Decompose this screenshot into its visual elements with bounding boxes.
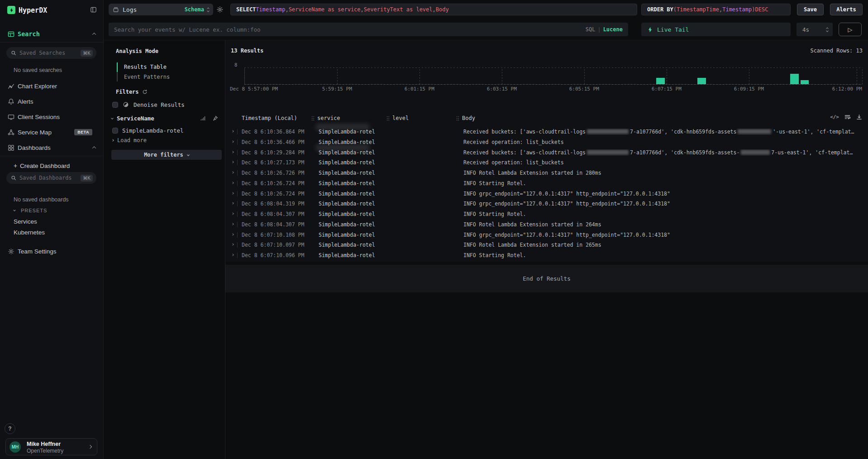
sidebar-item-alerts[interactable]: Alerts [0,95,103,108]
live-tail-button[interactable]: Live Tail [641,23,791,36]
expand-row-icon[interactable] [231,192,234,195]
expand-row-icon[interactable] [231,253,234,256]
log-row[interactable]: Dec 8 6:10:27.173 PMSimpleLambda-rotelRe… [225,158,868,168]
source-label: Logs [123,6,137,13]
preset-services[interactable]: Services [0,216,103,227]
column-body[interactable]: Body [456,115,475,121]
column-timestamp[interactable]: Timestamp (Local) [242,115,297,121]
order-by-input[interactable]: ORDER BY (TimestampTime, Timestamp) DESC [641,4,791,15]
expand-row-icon[interactable] [231,171,234,174]
saved-searches-search[interactable]: ⌘K [6,47,96,59]
pin-icon[interactable] [212,115,218,121]
query-token: , [361,6,364,13]
log-row[interactable]: Dec 8 6:08:04.307 PMSimpleLambda-rotelIN… [225,209,868,220]
filter-option-label: SimpleLambda-rotel [122,127,183,134]
expand-row-icon[interactable] [231,233,234,236]
mode-indicator-line [117,62,118,81]
presets-toggle[interactable]: PRESETS [0,205,103,216]
log-row[interactable]: Dec 8 6:10:26.726 PMSimpleLambda-rotelIN… [225,168,868,178]
create-dashboard-button[interactable]: + Create Dashboard [0,159,103,172]
log-row[interactable]: Dec 8 6:07:10.096 PMSimpleLambda-rotelIN… [225,250,868,261]
mode-results-table[interactable]: Results Table [124,64,167,70]
log-row[interactable]: Dec 8 6:07:10.108 PMSimpleLambda-rotelIN… [225,230,868,240]
refresh-icon[interactable] [142,89,148,95]
log-row[interactable]: Dec 8 6:07:10.097 PMSimpleLambda-rotelIN… [225,240,868,250]
chart-bar[interactable] [801,80,809,84]
sidebar-item-client-sessions[interactable]: Client Sessions [0,110,103,123]
log-row[interactable]: Dec 8 6:10:26.724 PMSimpleLambda-rotelIN… [225,178,868,189]
sidebar-item-search[interactable]: Search [0,28,103,40]
denoise-checkbox[interactable] [112,102,118,108]
log-row[interactable]: Dec 8 6:10:26.724 PMSimpleLambda-rotelIN… [225,189,868,199]
redacted-text [587,129,629,134]
hyperdx-logo-icon [7,6,15,14]
save-button[interactable]: Save [797,4,824,15]
collapse-sidebar-icon[interactable] [90,6,97,13]
preset-kubernetes[interactable]: Kubernetes [0,227,103,238]
chart-x-tick-label: 6:05:15 PM [569,86,599,92]
shortcut-badge: ⌘K [81,175,93,182]
load-more-button[interactable]: Load more [112,136,147,145]
more-filters-button[interactable]: More filters [111,150,222,160]
redacted-text [587,150,629,155]
log-row[interactable]: Dec 8 6:10:36.864 PMSimpleLambda-rotelRe… [225,127,868,137]
service-cell: SimpleLambda-rotel [319,221,375,228]
log-row[interactable]: Dec 8 6:10:29.284 PMSimpleLambda-rotelRe… [225,148,868,158]
log-row[interactable]: Dec 8 6:10:36.466 PMSimpleLambda-rotelRe… [225,137,868,148]
body-cell: Received buckets: ['aws-cloudtrail-logs7… [463,149,866,156]
filter-checkbox[interactable] [112,128,118,134]
timestamp-cell: Dec 8 6:10:29.284 PM [242,149,304,156]
chart-bar[interactable] [656,78,665,84]
help-button[interactable]: ? [5,423,15,434]
drag-handle-icon[interactable] [311,115,315,121]
expand-row-icon[interactable] [231,130,234,133]
event-search-input[interactable] [114,26,586,33]
mode-sql-toggle[interactable]: SQL [586,26,596,33]
profile-card[interactable]: MH Mike Heffner OpenTelemetry [5,438,97,455]
filter-option[interactable]: SimpleLambda-rotel [112,125,221,136]
mode-lucene-toggle[interactable]: Lucene [603,26,623,33]
alerts-button[interactable]: Alerts [830,4,863,15]
chart-x-tick-label: 5:59:15 PM [322,86,352,92]
expand-row-icon[interactable] [231,223,234,225]
filter-group-header[interactable]: ServiceName [111,113,218,124]
column-level[interactable]: level [386,115,409,121]
saved-dashboards-input[interactable] [19,175,81,181]
drag-handle-icon[interactable] [386,115,390,121]
mode-event-patterns[interactable]: Event Patterns [124,74,170,80]
expand-row-icon[interactable] [231,243,234,246]
sidebar-item-team-settings[interactable]: Team Settings [0,245,103,258]
chart-bar[interactable] [790,74,799,84]
source-select[interactable]: Logs Schema [109,4,213,15]
saved-dashboards-search[interactable]: ⌘K [6,172,96,184]
source-settings-gear-icon[interactable] [216,6,224,13]
body-cell: INFO Starting Rotel. [463,180,866,186]
expand-row-icon[interactable] [231,212,234,215]
refresh-interval-select[interactable]: 4s [796,23,833,36]
select-query-input[interactable]: SELECT Timestamp, ServiceName as service… [230,4,637,15]
hyperdx-app: HyperDX Search ⌘K No saved searches [0,0,868,459]
chart-filter-icon[interactable] [200,115,206,121]
select-chevrons-icon [207,7,209,12]
shortcut-badge: ⌘K [81,50,93,57]
drag-handle-icon[interactable] [456,115,459,121]
expand-row-icon[interactable] [231,202,234,205]
results-count: 13 Results [231,48,263,54]
chart-bar[interactable] [697,78,706,84]
expand-row-icon[interactable] [231,161,234,163]
log-row[interactable]: Dec 8 6:08:04.319 PMSimpleLambda-rotelIN… [225,199,868,209]
play-button[interactable]: ▷ [839,23,862,36]
sidebar-item-service-map[interactable]: Service Map BETA [0,126,103,139]
dashboards-label: Dashboards [18,144,51,151]
column-service[interactable]: service [311,115,340,121]
expand-row-icon[interactable] [231,151,234,153]
chart-gridline [420,67,420,84]
sidebar-item-chart-explorer[interactable]: Chart Explorer [0,80,103,92]
expand-row-icon[interactable] [231,140,234,143]
expand-row-icon[interactable] [231,182,234,184]
log-row[interactable]: Dec 8 6:08:04.307 PMSimpleLambda-rotelIN… [225,220,868,230]
sidebar-item-dashboards[interactable]: Dashboards [0,141,103,154]
saved-searches-input[interactable] [19,50,81,56]
chart-explorer-label: Chart Explorer [18,83,57,90]
filter-group-options: SimpleLambda-rotel [112,125,221,136]
